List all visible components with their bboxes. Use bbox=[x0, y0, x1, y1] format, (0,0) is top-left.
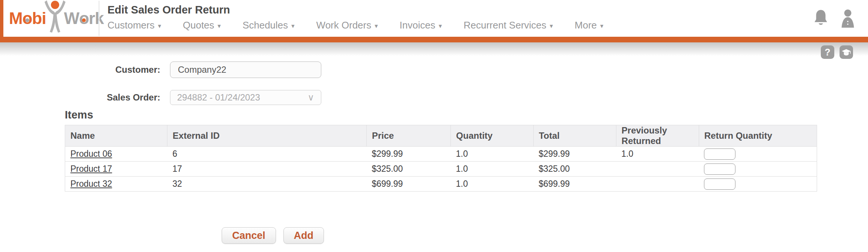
sales-order-select[interactable]: 294882 - 01/24/2023 ∨ bbox=[170, 90, 321, 105]
help-icon[interactable]: ? bbox=[821, 45, 834, 59]
external-id-cell: 17 bbox=[167, 162, 367, 177]
chevron-down-icon: ∨ bbox=[307, 92, 314, 103]
col-header-quantity: Quantity bbox=[451, 125, 534, 147]
col-header-external-id: External ID bbox=[167, 125, 367, 147]
items-table: Name External ID Price Quantity Total Pr… bbox=[65, 125, 817, 192]
product-link[interactable]: Product 06 bbox=[70, 149, 112, 159]
sales-order-label: Sales Order: bbox=[0, 92, 160, 103]
items-heading: Items bbox=[65, 109, 93, 121]
add-button[interactable]: Add bbox=[283, 227, 324, 244]
sales-order-form-row: Sales Order: 294882 - 01/24/2023 ∨ bbox=[0, 90, 321, 105]
quantity-cell: 1.0 bbox=[451, 177, 534, 192]
caret-down-icon: ▾ bbox=[291, 21, 295, 30]
external-id-cell: 32 bbox=[167, 177, 367, 192]
mobiwork-logo[interactable]: Mobi Work bbox=[9, 1, 104, 36]
nav-quotes[interactable]: Quotes▾ bbox=[183, 20, 221, 31]
accent-bar bbox=[0, 37, 868, 42]
app-header: Mobi Work Edit Sales Order Return Custom… bbox=[0, 0, 868, 37]
total-cell: $299.99 bbox=[533, 147, 616, 162]
header-shadow bbox=[0, 42, 868, 56]
previously-returned-cell bbox=[616, 162, 699, 177]
return-quantity-input[interactable] bbox=[704, 148, 735, 160]
customer-label: Customer: bbox=[0, 64, 160, 75]
col-header-previously-returned: Previously Returned bbox=[616, 125, 699, 147]
quantity-cell: 1.0 bbox=[451, 162, 534, 177]
nav-work-orders[interactable]: Work Orders▾ bbox=[316, 20, 378, 31]
page-title: Edit Sales Order Return bbox=[107, 4, 230, 16]
caret-down-icon: ▾ bbox=[438, 21, 442, 30]
sales-order-selected-value: 294882 - 01/24/2023 bbox=[177, 92, 260, 103]
header-divider bbox=[98, 1, 100, 36]
header-icons bbox=[813, 8, 856, 28]
caret-down-icon: ▾ bbox=[218, 21, 221, 30]
table-row: Product 06 6 $299.99 1.0 $299.99 1.0 bbox=[65, 147, 817, 162]
nav-recurrent-services[interactable]: Recurrent Services▾ bbox=[464, 20, 553, 31]
logo-text-work: Work bbox=[64, 9, 104, 28]
col-header-return-quantity: Return Quantity bbox=[699, 125, 817, 147]
return-quantity-input[interactable] bbox=[704, 164, 735, 175]
total-cell: $325.00 bbox=[533, 162, 616, 177]
total-cell: $699.99 bbox=[533, 177, 616, 192]
training-graduation-cap-icon[interactable] bbox=[840, 45, 853, 59]
nav-schedules[interactable]: Schedules▾ bbox=[243, 20, 295, 31]
logo-person-icon bbox=[45, 0, 66, 33]
external-id-cell: 6 bbox=[167, 147, 367, 162]
edit-sales-order-return-page: Mobi Work Edit Sales Order Return Custom… bbox=[0, 0, 868, 252]
quantity-cell: 1.0 bbox=[451, 147, 534, 162]
price-cell: $299.99 bbox=[367, 147, 451, 162]
caret-down-icon: ▾ bbox=[600, 21, 604, 30]
price-cell: $699.99 bbox=[367, 177, 451, 192]
cancel-button[interactable]: Cancel bbox=[222, 227, 276, 244]
caret-down-icon: ▾ bbox=[374, 21, 378, 30]
notifications-bell-icon[interactable] bbox=[813, 8, 828, 28]
customer-input[interactable] bbox=[170, 62, 321, 78]
caret-down-icon: ▾ bbox=[550, 21, 553, 30]
main-nav: Customers▾ Quotes▾ Schedules▾ Work Order… bbox=[107, 20, 603, 31]
form-actions: Cancel Add bbox=[222, 227, 324, 244]
col-header-total: Total bbox=[533, 125, 616, 147]
toolbar-icons: ? bbox=[821, 45, 853, 59]
caret-down-icon: ▾ bbox=[158, 21, 161, 30]
product-link[interactable]: Product 32 bbox=[70, 179, 112, 189]
table-header-row: Name External ID Price Quantity Total Pr… bbox=[65, 125, 817, 147]
logo-text-mobi: Mobi bbox=[9, 9, 46, 28]
price-cell: $325.00 bbox=[367, 162, 451, 177]
previously-returned-cell bbox=[616, 177, 699, 192]
previously-returned-cell: 1.0 bbox=[616, 147, 699, 162]
col-header-name: Name bbox=[65, 125, 167, 147]
user-profile-icon[interactable] bbox=[840, 8, 856, 28]
table-row: Product 32 32 $699.99 1.0 $699.99 bbox=[65, 177, 817, 192]
product-link[interactable]: Product 17 bbox=[70, 164, 112, 174]
return-quantity-input[interactable] bbox=[704, 178, 735, 190]
nav-invoices[interactable]: Invoices▾ bbox=[400, 20, 442, 31]
nav-more[interactable]: More▾ bbox=[575, 20, 604, 31]
nav-customers[interactable]: Customers▾ bbox=[107, 20, 161, 31]
table-row: Product 17 17 $325.00 1.0 $325.00 bbox=[65, 162, 817, 177]
customer-form-row: Customer: bbox=[0, 62, 321, 78]
col-header-price: Price bbox=[367, 125, 451, 147]
brand-strip bbox=[0, 0, 3, 37]
